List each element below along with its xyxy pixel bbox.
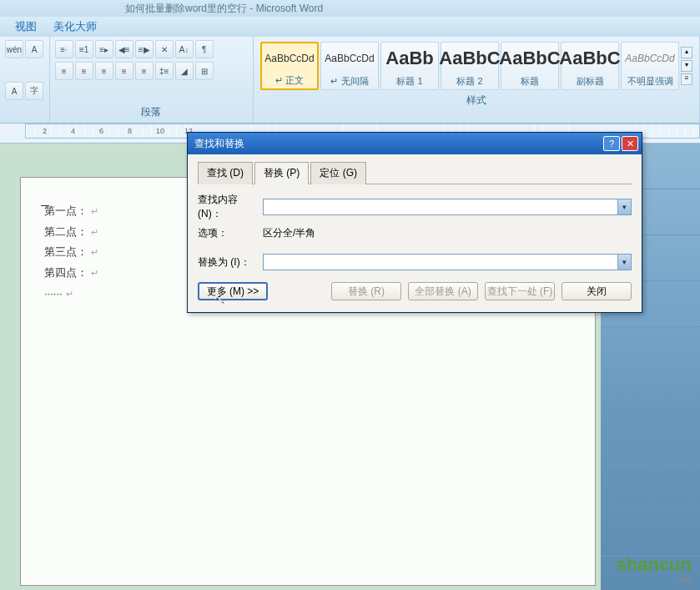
ruler-mark: 2	[43, 127, 47, 135]
indent-dec-icon[interactable]: ◀≡	[115, 40, 133, 58]
align-justify-icon[interactable]: ≡	[115, 62, 133, 80]
menu-bar: 视图 美化大师	[0, 17, 700, 37]
font-group: wén A A 字	[0, 37, 50, 123]
align-dist-icon[interactable]: ≡	[135, 62, 154, 80]
enclose-char-icon[interactable]: 字	[25, 82, 43, 100]
align-center-icon[interactable]: ≡	[75, 62, 93, 80]
dialog-body: 查找 (D) 替换 (P) 定位 (G) 查找内容 (N)： ▾ 选项： 区分全…	[188, 154, 642, 312]
font-group-label	[5, 118, 44, 121]
watermark: shancun.net	[617, 554, 692, 585]
show-marks-icon[interactable]: ¶	[195, 40, 214, 58]
dialog-tabs: 查找 (D) 替换 (P) 定位 (G)	[198, 161, 632, 184]
close-button[interactable]: 关闭	[562, 282, 632, 300]
char-border-icon[interactable]: A	[25, 40, 43, 58]
expand-icon[interactable]: ≡	[681, 73, 692, 85]
style-item-5[interactable]: AaBbC副标题	[561, 42, 619, 90]
sort-icon[interactable]: A↓	[175, 40, 194, 58]
style-name: ↵ 正文	[275, 73, 304, 88]
text-cursor	[41, 194, 49, 206]
shading-icon[interactable]: ◢	[175, 62, 194, 80]
align-left-icon[interactable]: ≡	[55, 62, 73, 80]
dialog-title: 查找和替换	[194, 137, 602, 151]
title-bar: 如何批量删除word里的空行 - Microsoft Word	[0, 0, 700, 17]
style-item-0[interactable]: AaBbCcDd↵ 正文	[260, 42, 319, 90]
ribbon: wén A A 字 ≡· ≡1 ≡▸ ◀≡ ≡▶ ✕ A↓ ¶ ≡	[0, 37, 700, 124]
close-icon[interactable]: ✕	[622, 136, 638, 151]
dialog-titlebar[interactable]: 查找和替换 ? ✕	[188, 133, 642, 154]
style-preview: AaBbCcDd	[325, 43, 374, 73]
window-title: 如何批量删除word里的空行 - Microsoft Word	[125, 2, 323, 16]
style-name: 不明显强调	[627, 73, 673, 89]
style-preview: AaBbC	[559, 43, 620, 73]
menu-view[interactable]: 视图	[15, 19, 37, 34]
ruler-mark: 4	[71, 127, 75, 135]
options-value: 区分全/半角	[263, 226, 315, 240]
style-preview: AaBbCcDd	[264, 43, 314, 73]
align-right-icon[interactable]: ≡	[95, 62, 113, 80]
style-name: 副标题	[577, 73, 604, 89]
tab-replace[interactable]: 替换 (P)	[254, 162, 309, 184]
numbering-icon[interactable]: ≡1	[75, 40, 93, 58]
scroll-down-icon[interactable]: ▾	[681, 60, 692, 72]
styles-group: AaBbCcDd↵ 正文AaBbCcDd↵ 无间隔AaBb标题 1AaBbC标题…	[254, 37, 700, 123]
dropdown-icon[interactable]: ▾	[617, 255, 631, 270]
phonetic-icon[interactable]: wén	[5, 40, 23, 58]
replace-button[interactable]: 替换 (R)	[331, 282, 401, 300]
menu-beautify[interactable]: 美化大师	[53, 19, 97, 34]
borders-icon[interactable]: ⊞	[195, 62, 214, 80]
style-item-4[interactable]: AaBbC标题	[501, 42, 559, 90]
options-label: 选项：	[198, 226, 263, 240]
styles-label: 样式	[259, 92, 694, 109]
char-scale-icon[interactable]: ✕	[155, 40, 174, 58]
indent-inc-icon[interactable]: ≡▶	[135, 40, 154, 58]
replace-label: 替换为 (I)：	[198, 255, 263, 270]
replace-all-button[interactable]: 全部替换 (A)	[408, 282, 478, 300]
style-name: 标题 1	[396, 73, 422, 89]
paragraph-label: 段落	[55, 103, 248, 121]
replace-input[interactable]: ▾	[263, 254, 632, 270]
style-item-6[interactable]: AaBbCcDd不明显强调	[621, 42, 679, 90]
help-icon[interactable]: ?	[603, 136, 620, 151]
multilevel-icon[interactable]: ≡▸	[95, 40, 113, 58]
dropdown-icon[interactable]: ▾	[617, 199, 631, 214]
style-name: 标题	[521, 73, 539, 89]
style-preview: AaBbC	[439, 43, 500, 73]
style-item-3[interactable]: AaBbC标题 2	[441, 42, 499, 90]
find-next-button[interactable]: 查找下一处 (F)	[485, 282, 555, 300]
style-preview: AaBbC	[499, 43, 560, 73]
char-shading-icon[interactable]: A	[5, 82, 23, 100]
ruler-mark: 8	[128, 127, 132, 135]
line-spacing-icon[interactable]: ‡≡	[155, 62, 174, 80]
ruler-mark: 10	[156, 127, 164, 135]
tab-find[interactable]: 查找 (D)	[198, 162, 253, 184]
find-label: 查找内容 (N)：	[198, 193, 263, 221]
style-name: ↵ 无间隔	[330, 73, 368, 89]
tab-goto[interactable]: 定位 (G)	[310, 162, 366, 184]
find-replace-dialog: 查找和替换 ? ✕ 查找 (D) 替换 (P) 定位 (G) 查找内容 (N)：…	[187, 132, 642, 313]
find-input[interactable]: ▾	[263, 199, 632, 215]
style-item-1[interactable]: AaBbCcDd↵ 无间隔	[320, 42, 379, 90]
more-button[interactable]: 更多 (M) >>	[198, 282, 268, 300]
style-name: 标题 2	[456, 73, 482, 89]
bullets-icon[interactable]: ≡·	[55, 40, 73, 58]
scroll-up-icon[interactable]: ▴	[681, 47, 692, 58]
style-preview: AaBbCcDd	[625, 43, 674, 73]
style-item-2[interactable]: AaBb标题 1	[380, 42, 439, 90]
style-preview: AaBb	[385, 43, 433, 73]
ruler-mark: 6	[99, 127, 103, 135]
paragraph-group: ≡· ≡1 ≡▸ ◀≡ ≡▶ ✕ A↓ ¶ ≡ ≡ ≡ ≡ ≡ ‡≡ ◢ ⊞ 段…	[50, 37, 254, 123]
